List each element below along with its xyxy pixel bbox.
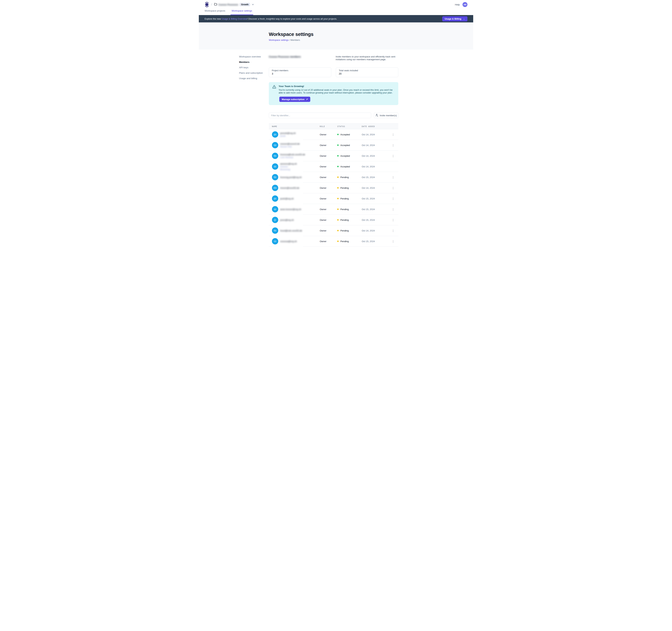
member-avatar: hx xyxy=(272,228,278,234)
sidebar-item-members[interactable]: Members xyxy=(239,61,264,64)
row-menu-kebab-icon[interactable]: ⋮ xyxy=(391,207,395,211)
help-link[interactable]: Help xyxy=(455,3,460,6)
status-label: Pending xyxy=(340,208,349,211)
invite-members-button[interactable]: Invite member(s) xyxy=(374,113,398,118)
usage-billing-overview-link[interactable]: Usage & Billing Overview xyxy=(221,18,247,20)
table-header-row: NAMEROLESTATUSDATE ADDED xyxy=(269,123,398,129)
member-secondary-name: Bxxxxxxxg xyxy=(280,168,297,171)
top-bar: / Cuxxxx Pxxxxxxx Growth Help AB xyxy=(199,0,473,9)
member-avatar: hx xyxy=(272,153,278,159)
breadcrumb-workspace-settings-link[interactable]: Workspace settings xyxy=(269,39,289,41)
status-dot xyxy=(337,198,339,199)
table-row: hxhxxxxxg.pxxl@xxy.shOwnerPendingOct 15,… xyxy=(269,172,398,183)
row-menu-kebab-icon[interactable]: ⋮ xyxy=(391,175,395,179)
sidebar-item-workspace-overview[interactable]: Workspace overview xyxy=(239,55,264,58)
row-menu-kebab-icon[interactable]: ⋮ xyxy=(391,229,395,233)
row-menu-kebab-icon[interactable]: ⋮ xyxy=(391,196,395,201)
table-row: axaxxe.lxxxxxr@xxy.shOwnerPendingOct 15,… xyxy=(269,204,398,215)
column-header-date-added: DATE ADDED xyxy=(362,125,388,127)
member-date-added: Oct 14, 2024 xyxy=(362,133,388,136)
member-date-added: Oct 15, 2024 xyxy=(362,219,388,221)
manage-subscription-button[interactable]: Manage subscription ↗ xyxy=(279,97,310,102)
table-row: pxpxxxxk@xxy.shpxxxkOwnerAcceptedOct 14,… xyxy=(269,129,398,140)
member-email: hxxxxxa@xxb.xxxx53.de xyxy=(280,153,305,156)
member-email: nxxxxn@xxxxx3.de xyxy=(280,142,299,145)
member-role: Owner xyxy=(320,219,337,221)
table-row: hxhxxxxxa@xxb.xxxx53.deLxxn HxxxxxaOwner… xyxy=(269,150,398,161)
usage-billing-banner: Explore the new Usage & Billing Overview… xyxy=(199,15,473,22)
usage-billing-button[interactable]: Usage & Billing → xyxy=(442,16,467,21)
row-menu-kebab-icon[interactable]: ⋮ xyxy=(391,239,395,243)
row-menu-kebab-icon[interactable]: ⋮ xyxy=(391,133,395,137)
status-dot xyxy=(337,177,339,178)
workspace-name: Cuxxxx Pxxxxxxx xyxy=(218,3,238,6)
stat-value: 3 xyxy=(272,72,328,75)
status-dot xyxy=(337,230,339,231)
arrow-up-right-icon: ↗ xyxy=(306,98,308,101)
stat-label: Project members xyxy=(272,69,328,72)
blur-overlay xyxy=(272,246,303,247)
alert-body: You're currently using 12 out of 20 addi… xyxy=(279,89,395,94)
member-role: Owner xyxy=(320,208,337,211)
member-email: vxxxxxa@xxy.sh xyxy=(280,240,297,243)
status-label: Pending xyxy=(340,197,349,200)
table-row: jxjxxxs@xxy.shOwnerPendingOct 15, 2024⋮ xyxy=(269,215,398,225)
tab-workspace-settings[interactable]: Workspace settings xyxy=(232,9,252,15)
member-role: Owner xyxy=(320,133,337,136)
status-label: Pending xyxy=(340,176,349,179)
status-label: Pending xyxy=(340,187,349,189)
member-secondary-name: Axxxxxs xyxy=(280,165,297,168)
member-email: jxxxs@xxy.sh xyxy=(280,218,294,221)
member-avatar: mx xyxy=(272,185,278,191)
status-dot xyxy=(337,134,339,135)
status-dot xyxy=(337,240,339,242)
member-stats: Project members3Total seats included20 xyxy=(269,67,398,77)
row-menu-kebab-icon[interactable]: ⋮ xyxy=(391,154,395,158)
member-email: pxxxxk@xxy.sh xyxy=(280,132,296,135)
member-role: Owner xyxy=(320,155,337,157)
workspace-switcher[interactable]: Cuxxxx Pxxxxxxx Growth xyxy=(214,3,254,6)
row-menu-kebab-icon[interactable]: ⋮ xyxy=(391,186,395,190)
user-avatar[interactable]: AB xyxy=(462,2,467,7)
table-row: pxpxxtr@xxy.shOwnerPendingOct 15, 2024⋮ xyxy=(269,193,398,204)
breadcrumb-separator: / xyxy=(211,3,212,6)
member-email: hxxxl@xxb.xxxx53.de xyxy=(280,229,302,232)
row-menu-kebab-icon[interactable]: ⋮ xyxy=(391,218,395,222)
member-role: Owner xyxy=(320,144,337,146)
member-avatar: ax xyxy=(272,163,278,170)
table-row: mxmxxxn@xxxx53.deOwnerPendingOct 14, 202… xyxy=(269,183,398,193)
member-role: Owner xyxy=(320,165,337,168)
sidebar-item-usage-and-billing[interactable]: Usage and billing xyxy=(239,77,264,80)
member-date-added: Oct 15, 2024 xyxy=(362,208,388,211)
stat-value: 20 xyxy=(339,72,395,75)
member-avatar: jx xyxy=(272,217,278,223)
row-menu-kebab-icon[interactable]: ⋮ xyxy=(391,143,395,147)
member-date-added: Oct 14, 2024 xyxy=(362,165,388,168)
member-date-added: Oct 14, 2024 xyxy=(362,155,388,157)
member-role: Owner xyxy=(320,240,337,243)
table-row: nxnxxxxn@xxxxx3.deNxxxxn XXdOwnerAccepte… xyxy=(269,140,398,150)
page-header: Workspace settings Workspace settings / … xyxy=(199,22,473,50)
app-logo-icon[interactable] xyxy=(205,2,209,7)
filter-input[interactable] xyxy=(269,113,371,118)
status-dot xyxy=(337,155,339,157)
status-label: Pending xyxy=(340,219,349,221)
member-date-added: Oct 15, 2024 xyxy=(362,240,388,243)
sidebar-item-plans-and-subscription[interactable]: Plans and subscription xyxy=(239,72,264,74)
warning-triangle-icon xyxy=(272,85,276,94)
member-email: pxxtr@xxy.sh xyxy=(280,197,294,200)
stat-label: Total seats included xyxy=(339,69,395,72)
status-label: Accepted xyxy=(340,144,350,146)
sidebar-item-api-keys[interactable]: API keys xyxy=(239,66,264,69)
tab-workspace-projects[interactable]: Workspace projects xyxy=(205,9,225,15)
member-email: hxxxxxg.pxxl@xxy.sh xyxy=(280,176,302,179)
status-label: Pending xyxy=(340,229,349,232)
team-growing-alert: Your Team is Growing! You're currently u… xyxy=(269,82,398,105)
member-role: Owner xyxy=(320,176,337,179)
breadcrumb: Workspace settings / Members xyxy=(269,39,473,41)
table-row: hxhxxxl@xxb.xxxx53.deOwnerPendingOct 14,… xyxy=(269,225,398,236)
banner-text: Explore the new Usage & Billing Overview… xyxy=(205,18,442,20)
member-email: axxe.lxxxxxr@xxy.sh xyxy=(280,208,301,211)
chevron-down-icon xyxy=(252,4,254,5)
member-avatar: px xyxy=(272,195,278,202)
